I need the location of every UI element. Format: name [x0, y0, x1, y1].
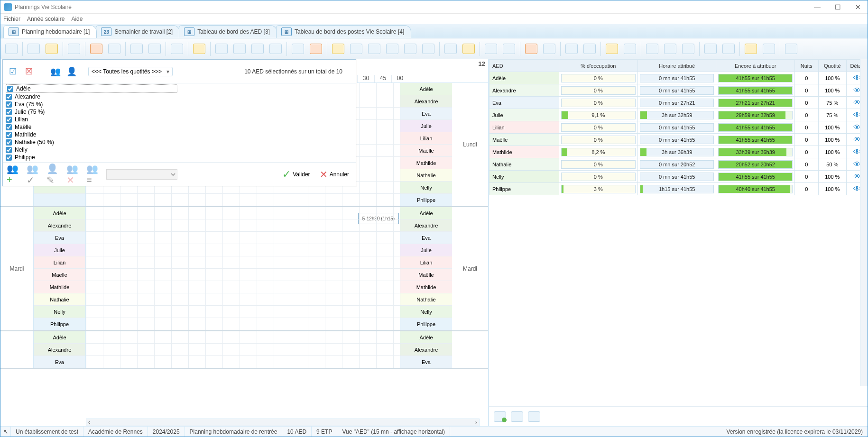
- aed-row-label-right[interactable]: Adèle: [400, 331, 452, 344]
- col-aed[interactable]: AED: [489, 60, 559, 72]
- aed-row-label-right[interactable]: Eva: [400, 356, 452, 368]
- horizontal-scrollbar[interactable]: ‹ ›: [86, 419, 480, 426]
- settings-icon[interactable]: [528, 411, 540, 422]
- toolbar-button-32[interactable]: [644, 41, 660, 56]
- users-icon[interactable]: 👥: [49, 65, 62, 78]
- aed-row-label-right[interactable]: Philippe: [400, 194, 452, 206]
- toolbar-button-33[interactable]: [662, 41, 678, 56]
- toolbar-button-6[interactable]: [129, 41, 145, 56]
- aed-checkbox[interactable]: [6, 147, 12, 153]
- aed-row-label-right[interactable]: Alexandre: [400, 95, 452, 108]
- validate-button[interactable]: ✓ Valider: [279, 166, 313, 182]
- toolbar-button-4[interactable]: [88, 41, 104, 56]
- toolbar-button-18[interactable]: [366, 41, 382, 56]
- aed-checkbox-row[interactable]: Maëlle: [6, 123, 353, 131]
- user-settings-icon[interactable]: 👤: [65, 65, 78, 78]
- toolbar-button-9[interactable]: [191, 41, 207, 56]
- aed-checkbox[interactable]: [6, 132, 12, 138]
- aed-row-label[interactable]: Maëlle: [34, 269, 85, 281]
- vertical-scrollbar[interactable]: [860, 59, 868, 386]
- aed-checkbox[interactable]: [6, 94, 12, 100]
- toolbar-button-37[interactable]: [743, 41, 759, 56]
- user-list-icon[interactable]: 👥≡: [86, 166, 102, 182]
- aed-checkbox-row[interactable]: Eva (75 %): [6, 100, 353, 108]
- aed-row-label[interactable]: Eva: [34, 232, 85, 244]
- toolbar-button-24[interactable]: [483, 41, 499, 56]
- cell-name[interactable]: Lilian: [489, 121, 559, 134]
- toolbar-button-23[interactable]: [461, 41, 477, 56]
- aed-row-label-right[interactable]: Eva: [400, 108, 452, 120]
- aed-checkbox[interactable]: [6, 155, 12, 161]
- aed-row-label-right[interactable]: Adèle: [400, 207, 452, 219]
- user-check-icon[interactable]: 👥✓: [27, 166, 43, 182]
- aed-row-label[interactable]: Eva: [34, 356, 85, 368]
- toolbar-button-2[interactable]: [44, 41, 60, 56]
- aed-row-label[interactable]: Mathilde: [34, 281, 85, 293]
- aed-row-label[interactable]: Alexandre: [34, 344, 85, 356]
- col-nuits[interactable]: Nuits: [794, 60, 818, 72]
- toolbar-button-28[interactable]: [563, 41, 580, 56]
- toolbar-button-26[interactable]: [523, 41, 539, 56]
- toolbar-button-16[interactable]: [330, 41, 346, 56]
- toolbar-button-31[interactable]: [622, 41, 638, 56]
- maximize-button[interactable]: ☐: [832, 3, 844, 11]
- cell-name[interactable]: Nelly: [489, 171, 559, 183]
- tab-2[interactable]: ⊞Tableau de bord des AED [3]: [179, 25, 277, 38]
- toolbar-button-1[interactable]: [26, 41, 42, 56]
- cell-name[interactable]: Nathalie: [489, 158, 559, 171]
- aed-row-label[interactable]: Nathalie: [34, 293, 85, 306]
- toolbar-button-20[interactable]: [402, 41, 418, 56]
- toolbar-button-25[interactable]: [501, 41, 517, 56]
- toolbar-button-3[interactable]: [66, 41, 82, 56]
- toolbar-button-12[interactable]: [249, 41, 266, 56]
- cell-name[interactable]: Julie: [489, 109, 559, 121]
- aed-row-label-right[interactable]: Alexandre: [400, 219, 452, 232]
- cell-name[interactable]: Eva: [489, 97, 559, 109]
- toolbar-button-39[interactable]: [783, 41, 799, 56]
- toolbar-button-11[interactable]: [231, 41, 248, 56]
- aed-row-label-right[interactable]: Alexandre: [400, 344, 452, 356]
- aed-row-label[interactable]: Lilian: [34, 256, 85, 269]
- aed-checkbox[interactable]: [6, 117, 12, 123]
- col-quot[interactable]: Quotité: [818, 60, 847, 72]
- aed-row-label-right[interactable]: Eva: [400, 232, 452, 244]
- toolbar-button-8[interactable]: [169, 41, 185, 56]
- export-icon[interactable]: [494, 411, 506, 422]
- tab-1[interactable]: 23Semainier de travail [2]: [96, 25, 180, 38]
- col-occ[interactable]: % d'occupation: [559, 60, 637, 72]
- col-hor[interactable]: Horaire attribué: [638, 60, 716, 72]
- cell-name[interactable]: Maëlle: [489, 134, 559, 146]
- aed-row-label[interactable]: Alexandre: [34, 219, 85, 232]
- toolbar-button-27[interactable]: [541, 41, 557, 56]
- toolbar-button-0[interactable]: [3, 41, 19, 56]
- scroll-left-icon[interactable]: ‹: [88, 419, 90, 426]
- aed-row-label-right[interactable]: Mathilde: [400, 157, 452, 169]
- aed-checkbox-row[interactable]: Julie (75 %): [6, 108, 353, 116]
- aed-checkbox[interactable]: [6, 139, 12, 146]
- aed-row-label-right[interactable]: Lilian: [400, 256, 452, 269]
- aed-row-label-right[interactable]: Lilian: [400, 132, 452, 145]
- toolbar-button-13[interactable]: [268, 41, 284, 56]
- toolbar-button-15[interactable]: [308, 41, 324, 56]
- aed-checkbox-row[interactable]: Mathilde: [6, 131, 353, 138]
- toolbar-button-19[interactable]: [384, 41, 400, 56]
- status-wand-icon[interactable]: ↖: [0, 427, 11, 437]
- user-remove-icon[interactable]: 👥✕: [66, 166, 83, 182]
- scroll-right-icon[interactable]: ›: [475, 419, 477, 426]
- toolbar-button-22[interactable]: [443, 41, 459, 56]
- aed-row-label[interactable]: Julie: [34, 244, 85, 256]
- aed-checkbox-row[interactable]: Lilian: [6, 116, 353, 123]
- aed-row-label-right[interactable]: Maëlle: [400, 145, 452, 157]
- cell-name[interactable]: Mathilde: [489, 146, 559, 158]
- aed-checkbox[interactable]: [6, 101, 12, 108]
- toolbar-button-29[interactable]: [582, 41, 598, 56]
- toolbar-button-35[interactable]: [702, 41, 719, 56]
- aed-row-label-right[interactable]: Nelly: [400, 306, 452, 318]
- aed-row-label-right[interactable]: Maëlle: [400, 269, 452, 281]
- tab-0[interactable]: ⊞Planning hebdomadaire [1]: [3, 25, 97, 38]
- user-edit-icon[interactable]: 👤✎: [46, 166, 63, 182]
- quotite-dropdown[interactable]: <<< Toutes les quotités >>> ▾: [88, 67, 173, 76]
- aed-row-label-right[interactable]: Philippe: [400, 318, 452, 330]
- aed-row-label[interactable]: Nelly: [34, 306, 85, 318]
- cancel-button[interactable]: ✕ Annuler: [317, 167, 352, 182]
